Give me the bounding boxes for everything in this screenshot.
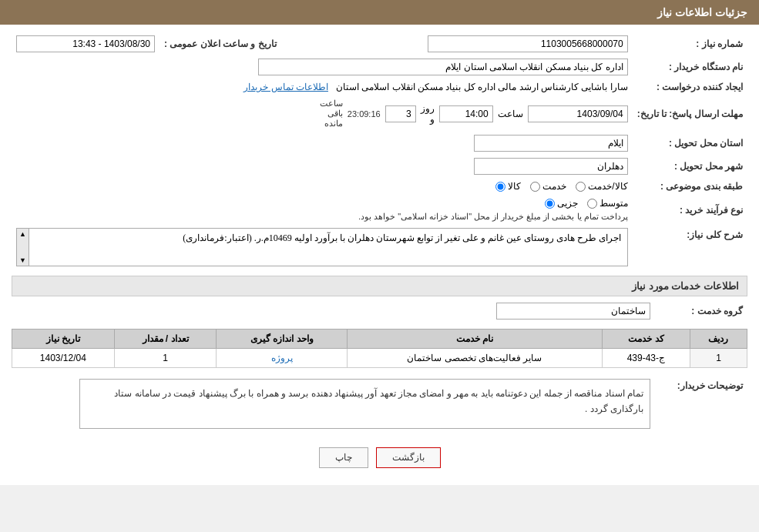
need-desc-box: اجرای طرح هادی روستای عین غانم و علی تغی…	[29, 228, 628, 266]
table-row: 1 ج-43-439 سایر فعالیت‌های تخصصی ساختمان…	[12, 349, 747, 368]
services-table: ردیف کد خدمت نام خدمت واحد اندازه گیری ت…	[12, 329, 747, 368]
send-date-row: ساعت روز و 23:09:16 ساعت باقی مانده	[304, 95, 633, 132]
buyer-org-input[interactable]	[258, 59, 628, 75]
need-number-input[interactable]	[428, 35, 628, 52]
delivery-province-value	[12, 132, 633, 155]
col-header-row: ردیف	[690, 330, 747, 349]
scroll-up-icon[interactable]: ▲	[19, 230, 26, 238]
category-label: طبقه بندی موضوعی :	[633, 178, 747, 195]
service-group-table: گروه خدمت :	[12, 299, 747, 323]
send-time-label: ساعت	[498, 109, 523, 119]
send-date-label: مهلت ارسال پاسخ: تا تاریخ:	[633, 95, 747, 132]
category-kala-radio[interactable]	[495, 182, 505, 192]
cell-unit: پروژه	[217, 349, 348, 368]
process-jozi-option[interactable]: جزیی	[545, 198, 578, 209]
category-value: کالا/خدمت خدمت کالا	[12, 178, 633, 195]
cell-name: سایر فعالیت‌های تخصصی ساختمان	[348, 349, 603, 368]
send-time-input[interactable]	[439, 105, 493, 122]
buyer-notes-table: توضیحات خریدار: تمام اسناد مناقصه از جمل…	[12, 376, 747, 432]
contact-link[interactable]: اطلاعات تماس خریدار	[243, 82, 328, 92]
remaining-label: ساعت باقی مانده	[309, 99, 343, 129]
category-kala-option[interactable]: کالا	[495, 181, 521, 192]
process-type-label: نوع فرآیند خرید :	[633, 195, 747, 225]
page-header: جزئیات اطلاعات نیاز	[0, 0, 759, 25]
buyer-org-value	[12, 55, 633, 79]
category-kala-label: کالا	[508, 181, 521, 192]
main-content: شماره نیاز : تاریخ و ساعت اعلان عمومی : …	[0, 25, 759, 485]
col-header-date: تاریخ نیاز	[12, 330, 115, 349]
col-header-unit: واحد اندازه گیری	[217, 330, 348, 349]
buyer-notes-text: تمام اسناد مناقصه از جمله این دعوتنامه ب…	[114, 388, 643, 414]
creator-label: ایجاد کننده درخواست :	[633, 79, 747, 95]
scroll-arrows: ▲ ▼	[16, 228, 29, 266]
cell-qty: 1	[114, 349, 217, 368]
category-khadamat-option[interactable]: خدمت	[530, 181, 566, 192]
process-motavaset-label: متوسط	[599, 198, 628, 209]
need-number-value	[304, 32, 633, 55]
cell-row: 1	[690, 349, 747, 368]
need-desc-value: اجرای طرح هادی روستای عین غانم و علی تغی…	[12, 225, 633, 269]
process-jozi-radio[interactable]	[545, 199, 555, 209]
services-section-header: اطلاعات خدمات مورد نیاز	[12, 276, 747, 296]
delivery-province-label: استان محل تحویل :	[633, 132, 747, 155]
process-motavaset-option[interactable]: متوسط	[587, 198, 628, 209]
buyer-notes-label: توضیحات خریدار:	[655, 376, 747, 432]
buyer-org-label: نام دستگاه خریدار :	[633, 55, 747, 79]
page-title: جزئیات اطلاعات نیاز	[657, 6, 747, 18]
category-khadamat-radio[interactable]	[530, 182, 540, 192]
category-kala-khadamat-radio[interactable]	[576, 182, 586, 192]
need-desc-label: شرح کلی نیاز:	[633, 225, 747, 269]
bottom-buttons: بازگشت چاپ	[12, 438, 747, 477]
cell-code: ج-43-439	[602, 349, 690, 368]
service-group-input[interactable]	[496, 303, 650, 320]
need-number-label: شماره نیاز :	[633, 32, 747, 55]
buyer-notes-value: تمام اسناد مناقصه از جمله این دعوتنامه ب…	[12, 376, 655, 432]
back-button[interactable]: بازگشت	[376, 447, 441, 468]
need-desc-text: اجرای طرح هادی روستای عین غانم و علی تغی…	[183, 233, 620, 243]
delivery-province-input[interactable]	[474, 135, 628, 152]
category-kala-khadamat-option[interactable]: کالا/خدمت	[576, 181, 627, 192]
send-day-label: روز و	[421, 103, 435, 125]
print-button[interactable]: چاپ	[319, 447, 368, 468]
col-header-qty: تعداد / مقدار	[114, 330, 217, 349]
delivery-city-value	[12, 155, 633, 178]
category-khadamat-label: خدمت	[542, 181, 566, 192]
delivery-city-label: شهر محل تحویل :	[633, 155, 747, 178]
announce-date-label: تاریخ و ساعت اعلان عمومی :	[160, 32, 281, 55]
announce-date-value	[12, 32, 160, 55]
process-motavaset-radio[interactable]	[587, 199, 597, 209]
delivery-city-input[interactable]	[474, 158, 628, 175]
scroll-down-icon[interactable]: ▼	[19, 256, 26, 264]
info-table: شماره نیاز : تاریخ و ساعت اعلان عمومی : …	[12, 32, 747, 269]
process-type-value: متوسط جزیی پرداخت تمام یا بخشی از مبلغ خ…	[12, 195, 633, 225]
creator-text: سارا باشایی کارشناس ارشد مالی اداره کل ب…	[336, 82, 628, 92]
col-header-name: نام خدمت	[348, 330, 603, 349]
service-group-value	[12, 299, 655, 323]
remaining-time-value: 23:09:16	[348, 109, 381, 119]
process-jozi-label: جزیی	[557, 198, 578, 209]
process-desc-text: پرداخت تمام یا بخشی از مبلغ خریدار از مح…	[358, 212, 628, 222]
page-wrapper: جزئیات اطلاعات نیاز شماره نیاز : تاریخ و…	[0, 0, 759, 485]
cell-date: 1403/12/04	[12, 349, 115, 368]
service-group-label: گروه خدمت :	[655, 299, 747, 323]
announce-date-input[interactable]	[16, 35, 155, 52]
category-kala-khadamat-label: کالا/خدمت	[588, 181, 627, 192]
col-header-code: کد خدمت	[602, 330, 690, 349]
buyer-notes-box: تمام اسناد مناقصه از جمله این دعوتنامه ب…	[79, 379, 650, 429]
creator-value: سارا باشایی کارشناس ارشد مالی اداره کل ب…	[12, 79, 633, 95]
send-date-input[interactable]	[528, 105, 628, 122]
send-day-input[interactable]	[385, 105, 416, 122]
